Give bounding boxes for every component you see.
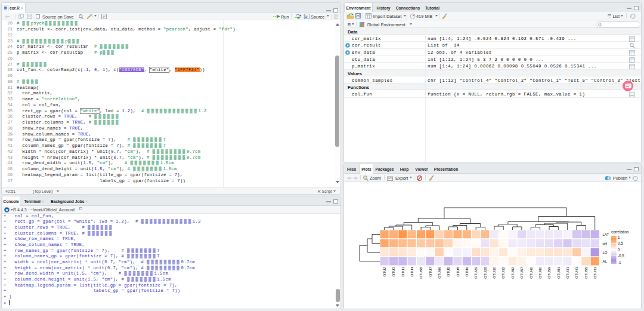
svg-text:OTU96: OTU96 <box>437 267 441 279</box>
svg-text:AL: AL <box>602 259 607 263</box>
svg-text:OTU30: OTU30 <box>492 267 496 279</box>
svg-text:OTU33: OTU33 <box>593 267 597 279</box>
svg-text:OTU8: OTU8 <box>456 267 460 277</box>
svg-text:1: 1 <box>618 235 620 239</box>
svg-text:OTU40: OTU40 <box>529 267 533 279</box>
svg-text:OTU5: OTU5 <box>446 267 450 277</box>
svg-text:OTU3: OTU3 <box>391 267 395 277</box>
svg-text:pH: pH <box>602 241 607 245</box>
svg-text:correlation: correlation <box>611 230 629 234</box>
svg-text:OTU57: OTU57 <box>519 267 524 279</box>
svg-text:0: 0 <box>618 248 620 252</box>
svg-text:OTU59: OTU59 <box>547 267 551 279</box>
svg-text:OTU82: OTU82 <box>510 267 515 279</box>
svg-text:-0.5: -0.5 <box>618 254 624 258</box>
svg-text:OTU4: OTU4 <box>410 267 414 277</box>
svg-text:OTU90: OTU90 <box>538 267 542 279</box>
svg-text:R: R <box>5 6 7 10</box>
svg-text:-1: -1 <box>618 260 621 264</box>
svg-text:OTU6: OTU6 <box>465 267 469 277</box>
svg-text:0.5: 0.5 <box>618 241 623 245</box>
svg-text:LO: LO <box>602 250 607 254</box>
svg-text:R: R <box>5 208 8 212</box>
svg-text:OTU58: OTU58 <box>419 267 423 279</box>
svg-text:OTU32: OTU32 <box>501 267 505 279</box>
svg-text:OTU28: OTU28 <box>483 267 487 279</box>
svg-text:OTU31: OTU31 <box>565 267 569 279</box>
svg-text:OTU2: OTU2 <box>382 267 386 277</box>
svg-text:OTU7: OTU7 <box>428 267 432 277</box>
svg-text:OTU1: OTU1 <box>401 267 405 277</box>
svg-text:OTU81: OTU81 <box>556 267 561 279</box>
svg-text:OTU41: OTU41 <box>574 267 578 279</box>
svg-text:OTU29: OTU29 <box>473 267 478 279</box>
svg-text:LAT: LAT <box>602 232 609 236</box>
svg-text:OTU55: OTU55 <box>584 267 588 279</box>
